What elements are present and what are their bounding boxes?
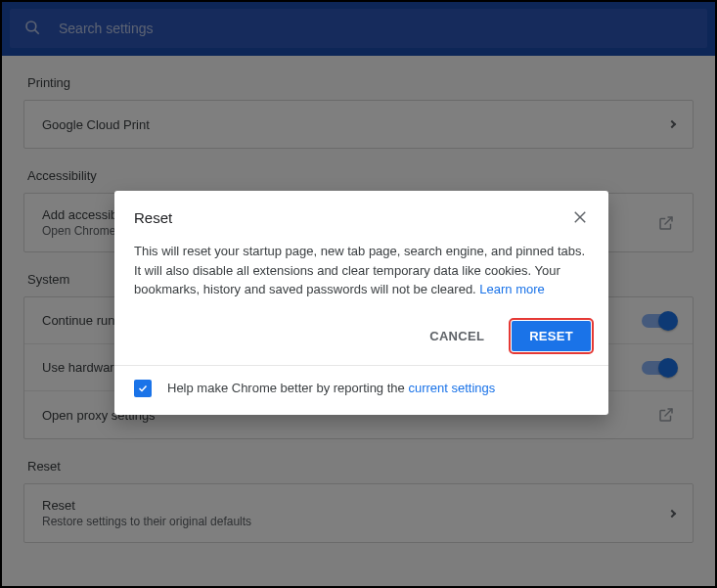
help-report-text: Help make Chrome better by reporting the: [167, 381, 408, 395]
help-report-label: Help make Chrome better by reporting the…: [167, 381, 495, 395]
help-report-checkbox[interactable]: [134, 380, 152, 397]
dialog-body: This will reset your startup page, new t…: [114, 240, 608, 315]
reset-button[interactable]: RESET: [512, 321, 591, 351]
cancel-button[interactable]: CANCEL: [412, 321, 502, 351]
reset-dialog: Reset This will reset your startup page,…: [114, 191, 608, 415]
learn-more-link[interactable]: Learn more: [479, 282, 544, 296]
dialog-title: Reset: [134, 209, 571, 226]
close-button[interactable]: [571, 208, 589, 226]
current-settings-link[interactable]: current settings: [408, 381, 495, 395]
